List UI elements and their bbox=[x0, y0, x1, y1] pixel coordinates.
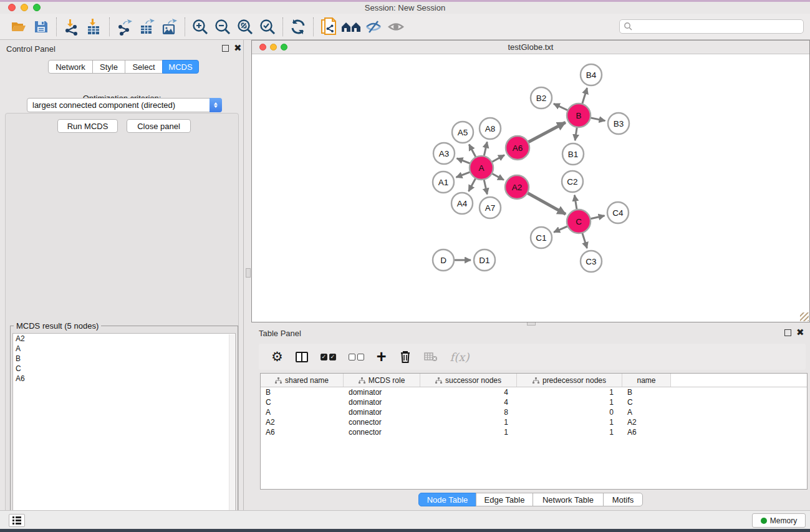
search-field[interactable] bbox=[619, 19, 804, 34]
graph-node-label: A3 bbox=[439, 149, 450, 158]
dropdown-stepper-icon bbox=[210, 98, 222, 112]
float-table-panel-icon[interactable] bbox=[784, 329, 791, 336]
table-row[interactable]: A6 connector 1 1 A6 bbox=[261, 427, 807, 437]
close-window-button[interactable] bbox=[8, 4, 16, 11]
new-network-from-file-icon[interactable] bbox=[317, 16, 340, 37]
export-network-icon[interactable] bbox=[113, 16, 136, 37]
memory-status-icon bbox=[761, 518, 767, 524]
list-item[interactable]: B bbox=[13, 354, 235, 364]
network-canvas[interactable]: A5A8A3A1A4A7AA6A2B2B4BB3B1C2C4CC1C3DD1 bbox=[253, 54, 809, 322]
tab-edge-table[interactable]: Edge Table bbox=[476, 493, 533, 506]
zoom-window-button[interactable] bbox=[33, 4, 41, 11]
hide-graphics-details-icon[interactable] bbox=[362, 16, 385, 37]
table-options-icon[interactable]: ⚙ bbox=[271, 351, 283, 363]
graph-node-label: D1 bbox=[479, 256, 489, 265]
zoom-selected-icon[interactable] bbox=[256, 16, 279, 37]
tab-network-table[interactable]: Network Table bbox=[533, 493, 604, 506]
tab-node-table[interactable]: Node Table bbox=[418, 493, 476, 506]
graph-node-label: A1 bbox=[438, 178, 449, 187]
graph-node-label: B2 bbox=[536, 94, 547, 103]
traffic-lights bbox=[8, 4, 41, 11]
refresh-icon[interactable] bbox=[287, 16, 309, 37]
add-column-icon[interactable]: + bbox=[377, 350, 387, 364]
node-table[interactable]: shared name MCDS role successor nodes pr… bbox=[260, 373, 808, 490]
task-list-icon bbox=[12, 516, 21, 525]
show-all-networks-icon[interactable] bbox=[340, 16, 362, 37]
column-header-shared-name[interactable]: shared name bbox=[261, 374, 344, 387]
graph-node-label: B1 bbox=[568, 150, 579, 159]
control-panel-title: Control Panel bbox=[6, 44, 55, 54]
graph-node-label: A bbox=[478, 163, 484, 173]
network-graph: A5A8A3A1A4A7AA6A2B2B4BB3B1C2C4CC1C3DD1 bbox=[253, 54, 809, 322]
graph-node-label: A6 bbox=[513, 143, 523, 153]
column-visibility-icon[interactable] bbox=[296, 352, 308, 362]
graph-node-label: C4 bbox=[612, 208, 624, 218]
tab-style[interactable]: Style bbox=[92, 60, 125, 74]
select-all-rows-icon[interactable]: ✓✓ bbox=[321, 354, 336, 360]
mcds-result-title: MCDS result (5 nodes) bbox=[14, 321, 101, 331]
zoom-fit-icon[interactable] bbox=[234, 16, 256, 37]
column-header-mcds-role[interactable]: MCDS role bbox=[344, 374, 420, 387]
graph-nodes: A5A8A3A1A4A7AA6A2B2B4BB3B1C2C4CC1C3DD1 bbox=[433, 64, 629, 272]
graph-node-label: D bbox=[440, 256, 446, 265]
search-input[interactable] bbox=[633, 21, 803, 32]
run-mcds-button[interactable]: Run MCDS bbox=[57, 119, 118, 133]
graph-node-label: A7 bbox=[485, 203, 496, 213]
import-network-icon[interactable] bbox=[60, 16, 83, 37]
function-builder-icon[interactable]: f(x) bbox=[450, 351, 470, 364]
table-panel-title: Table Panel bbox=[259, 329, 301, 338]
save-session-icon[interactable] bbox=[30, 16, 52, 37]
delete-columns-icon[interactable] bbox=[399, 350, 412, 364]
float-panel-icon[interactable] bbox=[222, 45, 229, 52]
zoom-out-icon[interactable] bbox=[211, 16, 234, 37]
table-row[interactable]: C dominator 4 1 C bbox=[261, 397, 807, 407]
window-resize-grip[interactable] bbox=[800, 312, 809, 321]
vertical-splitter-handle[interactable] bbox=[246, 268, 251, 278]
list-item[interactable]: A bbox=[13, 344, 235, 354]
network-view-window: testGlobe.txt A5A8A3A1A4A7AA6A2B2B4BB3B1… bbox=[251, 40, 810, 322]
import-table-icon[interactable] bbox=[83, 16, 105, 37]
task-history-button[interactable] bbox=[9, 514, 25, 527]
graph-node-label: C bbox=[576, 217, 582, 226]
window-titlebar: Session: New Session bbox=[0, 2, 810, 14]
table-row[interactable]: A dominator 8 0 A bbox=[261, 407, 807, 417]
graph-node-label: C3 bbox=[586, 257, 596, 266]
export-table-icon[interactable] bbox=[136, 16, 158, 37]
show-graphics-details-icon[interactable] bbox=[385, 16, 407, 37]
desktop-wallpaper-strip bbox=[0, 529, 810, 532]
close-table-panel-icon[interactable]: ✖ bbox=[796, 329, 804, 336]
column-header-successor-nodes[interactable]: successor nodes bbox=[420, 374, 517, 387]
table-row[interactable]: B dominator 4 1 B bbox=[261, 387, 807, 397]
shared-column-icon bbox=[533, 377, 539, 384]
toolbar-separator bbox=[313, 17, 314, 36]
list-item[interactable]: A6 bbox=[13, 374, 235, 384]
export-image-icon[interactable] bbox=[158, 16, 181, 37]
list-item[interactable]: C bbox=[13, 364, 235, 374]
toolbar-separator bbox=[109, 17, 110, 36]
close-panel-button[interactable]: Close panel bbox=[127, 119, 191, 133]
zoom-in-icon[interactable] bbox=[189, 16, 211, 37]
open-file-icon[interactable] bbox=[7, 16, 30, 37]
tab-mcds[interactable]: MCDS bbox=[162, 60, 199, 74]
tab-motifs[interactable]: Motifs bbox=[603, 493, 643, 506]
status-bar: Memory bbox=[0, 510, 810, 529]
column-header-predecessor-nodes[interactable]: predecessor nodes bbox=[517, 374, 622, 387]
deselect-all-rows-icon[interactable] bbox=[349, 354, 364, 360]
tab-network[interactable]: Network bbox=[48, 60, 93, 74]
minimize-window-button[interactable] bbox=[21, 4, 28, 11]
graph-node-label: A2 bbox=[512, 183, 523, 192]
memory-label: Memory bbox=[770, 516, 797, 525]
list-scrollbar[interactable] bbox=[229, 334, 234, 532]
control-panel-tabs: Network Style Select MCDS bbox=[48, 60, 199, 74]
mcds-result-list[interactable]: A2 A B C A6 bbox=[12, 333, 236, 532]
memory-button[interactable]: Memory bbox=[752, 513, 806, 528]
tab-select[interactable]: Select bbox=[125, 60, 163, 74]
close-panel-icon[interactable]: ✖ bbox=[234, 44, 242, 51]
delete-table-icon[interactable] bbox=[424, 352, 438, 362]
table-row[interactable]: A2 connector 1 1 A2 bbox=[261, 417, 807, 427]
column-header-name[interactable]: name bbox=[622, 374, 671, 387]
graph-node-label: A8 bbox=[485, 124, 496, 133]
criterion-dropdown[interactable]: largest connected component (directed) bbox=[27, 98, 222, 112]
list-item[interactable]: A2 bbox=[13, 334, 235, 344]
toolbar-separator bbox=[56, 17, 57, 36]
